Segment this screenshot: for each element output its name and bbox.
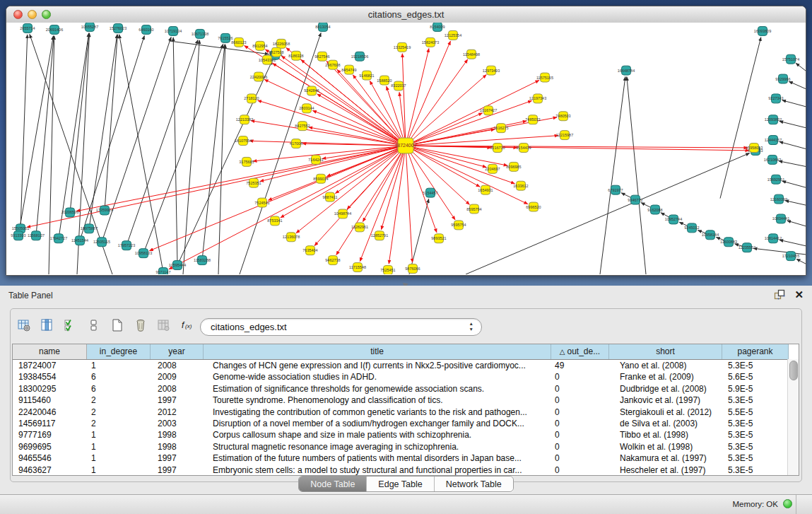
cell-pagerank: 5.5E-5 — [722, 407, 789, 418]
status-bar: Memory: OK — [0, 494, 812, 514]
graph-node-label: 10719134 — [165, 29, 182, 33]
cell-title: Estimation of the future numbers of pati… — [204, 452, 551, 464]
graph-node-label: 11548498 — [463, 52, 480, 57]
cell-pagerank: 5.9E-5 — [722, 383, 789, 395]
graph-node-label: 8154009 — [430, 25, 445, 29]
svg-text:(x): (x) — [185, 323, 192, 329]
table-row[interactable]: 1938455462009Genome-wide association stu… — [13, 371, 799, 382]
clear-selection-icon — [88, 319, 100, 332]
table-settings-button[interactable] — [16, 317, 33, 334]
show-column-icon — [41, 319, 54, 332]
graph-node-label: 17210455 — [782, 254, 799, 258]
new-table-button[interactable] — [109, 317, 126, 334]
cell-short: Tibbo et al. (1998) — [609, 429, 722, 440]
graph-node-label: 11451544 — [71, 238, 88, 243]
vertical-scrollbar[interactable] — [787, 359, 799, 475]
graph-edge — [782, 181, 806, 188]
graph-node-label: 17957223 — [118, 243, 135, 247]
cell-out_degree: 0 — [551, 452, 609, 464]
cell-short: de Silva et al. (2003) — [609, 418, 722, 429]
table-row[interactable]: 969969511998Structural magnetic resonanc… — [13, 441, 799, 452]
graph-node-label: 22420046 — [250, 75, 267, 79]
table-row[interactable]: 946554611997Estimation of the future num… — [13, 452, 799, 464]
table-row[interactable]: 1872400712008Changes of HCN gene express… — [13, 360, 799, 371]
table-row[interactable]: 946362711997Embryonic stem cells: a mode… — [13, 465, 799, 476]
table-row[interactable]: 977716911998Corpus callosum shape and si… — [13, 429, 799, 440]
table-row[interactable]: 911546021997Tourette syndrome. Phenomeno… — [13, 395, 799, 406]
graph-node-label: 7164243 — [308, 158, 323, 162]
graph-edge — [70, 33, 89, 213]
table-settings-icon — [18, 319, 30, 332]
table-row[interactable]: 1830029562008Estimation of significance … — [13, 383, 799, 395]
graph-edge — [20, 35, 28, 228]
scrollbar-thumb[interactable] — [789, 361, 798, 380]
graph-edge — [779, 141, 806, 149]
column-header-pagerank[interactable]: pagerank — [722, 344, 789, 359]
graph-edge — [264, 79, 406, 146]
tab-edge-table[interactable]: Edge Table — [366, 477, 433, 491]
column-header-in_degree[interactable]: in_degree — [87, 344, 151, 359]
graph-node-label: 417004 — [290, 141, 302, 146]
graph-edge — [312, 110, 406, 146]
graph-edge — [389, 146, 406, 264]
cell-pagerank: 5.3E-5 — [722, 395, 789, 406]
graph-node-label: 7525351 — [246, 181, 261, 185]
function-builder-button[interactable]: f(x) — [179, 317, 196, 334]
delete-table-button[interactable] — [132, 317, 149, 334]
cell-year: 1997 — [151, 395, 204, 406]
graph-node-label: 9227343 — [768, 96, 783, 100]
graph-node-label: 16648784 — [618, 69, 635, 73]
cell-out_degree: 0 — [551, 383, 609, 395]
column-header-out_degree[interactable]: △out_de... — [551, 344, 609, 359]
graph-node-label: 10595444 — [169, 263, 186, 267]
column-header-title[interactable]: title — [204, 344, 551, 359]
graph-edge — [406, 41, 450, 146]
tab-node-table[interactable]: Node Table — [299, 477, 366, 491]
graph-node-label: 12235552 — [739, 245, 755, 250]
graph-node-label: 12852791 — [371, 233, 388, 238]
network-canvas[interactable]: 1872400720557142069140610655287152760236… — [6, 23, 806, 274]
cell-year: 1998 — [151, 429, 204, 440]
table-row[interactable]: 1456911722003Disruption of a novel membe… — [13, 418, 799, 429]
cell-name: 9465546 — [13, 452, 87, 464]
graph-node-label: 9162088 — [647, 208, 662, 212]
cell-title: Structural magnetic resonance image aver… — [204, 441, 551, 452]
graph-node-label: 8186328 — [288, 54, 303, 58]
graph-node-label: 12160399 — [770, 197, 787, 201]
table-selector-dropdown[interactable]: citations_edges.txt ▲▼ — [200, 318, 482, 336]
graph-node-label: 9242848 — [304, 88, 319, 93]
graph-node-label: 9827546 — [314, 54, 329, 59]
graph-node-label: 16093809 — [754, 29, 771, 33]
close-panel-icon[interactable]: ✕ — [794, 289, 804, 300]
graph-node-label: 8096985 — [506, 165, 521, 169]
float-window-icon[interactable] — [774, 289, 786, 300]
clear-selection-button[interactable] — [86, 317, 102, 334]
network-desktop: citations_edges.txt 18724007205571420691… — [0, 0, 812, 286]
graph-node-label: 12505115 — [93, 240, 110, 244]
show-column-button[interactable] — [39, 317, 56, 334]
graph-node-label: 9346772 — [628, 198, 642, 202]
graph-edge — [466, 153, 750, 274]
cell-in_degree: 2 — [87, 407, 151, 418]
table-selector-value: citations_edges.txt — [211, 322, 287, 332]
graph-node-label: 8322037 — [391, 84, 406, 88]
graph-node-label: 3175685 — [239, 160, 254, 164]
cell-in_degree: 1 — [87, 441, 151, 452]
select-all-rows-icon — [64, 319, 77, 332]
graph-edge — [785, 201, 806, 206]
cell-name: 18300295 — [13, 383, 87, 395]
graph-node-label: 8595794 — [466, 207, 481, 211]
select-all-rows-button[interactable] — [62, 317, 79, 334]
graph-node-label: 11575165 — [536, 76, 553, 80]
cell-out_degree: 0 — [551, 465, 609, 476]
table-row[interactable]: 2242004622012Investigating the contribut… — [13, 407, 799, 418]
cell-pagerank: 5.3E-5 — [722, 452, 789, 464]
cell-in_degree: 2 — [87, 418, 151, 429]
table-panel-title: Table Panel — [8, 291, 53, 300]
cell-title: Estimation of significance thresholds fo… — [204, 383, 551, 395]
column-header-short[interactable]: short — [609, 344, 722, 359]
tab-network-table[interactable]: Network Table — [434, 477, 513, 491]
column-header-name[interactable]: name — [13, 344, 87, 359]
column-header-year[interactable]: year — [151, 344, 204, 359]
network-window-titlebar[interactable]: citations_edges.txt — [6, 6, 806, 23]
